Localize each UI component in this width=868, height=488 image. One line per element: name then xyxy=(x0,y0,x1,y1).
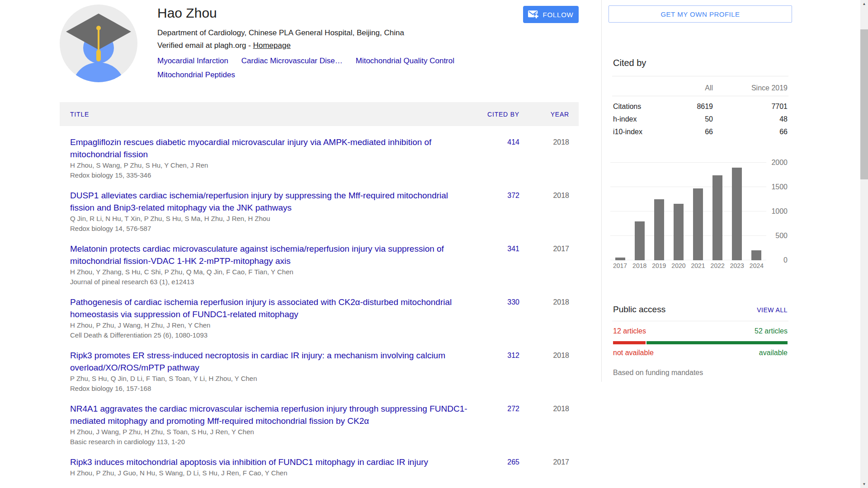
publication-title-link[interactable]: Ripk3 induces mitochondrial apoptosis vi… xyxy=(70,456,474,468)
publication-venue: Redox biology 14, 576-587 xyxy=(70,224,474,234)
publications-table-header: TITLE CITED BY YEAR xyxy=(60,102,579,126)
stats-row-citations: Citations 8619 7701 xyxy=(613,100,788,113)
publication-info: NR4A1 aggravates the cardiac microvascul… xyxy=(70,403,474,447)
divider xyxy=(612,76,788,76)
available-label: available xyxy=(759,349,788,357)
interest-tags: Myocardial Infarction Cardiac Microvascu… xyxy=(157,55,519,80)
verified-email-line: Verified email at plagh.org - Homepage xyxy=(157,41,291,50)
chart-bar-2020[interactable] xyxy=(674,204,684,260)
stats-row-h-index: h-index 50 48 xyxy=(613,113,788,126)
chart-y-tick-label: 2000 xyxy=(766,159,788,167)
stats-header-row: All Since 2019 xyxy=(613,80,788,96)
scrollbar-thumb[interactable] xyxy=(860,29,868,179)
citations-chart-yaxis: 0500100015002000 xyxy=(766,163,788,260)
publication-authors: H Zhou, S Wang, P Zhu, S Hu, Y Chen, J R… xyxy=(70,160,474,170)
profile-name: Hao Zhou xyxy=(157,5,217,21)
publication-title-link[interactable]: DUSP1 alleviates cardiac ischemia/reperf… xyxy=(70,189,474,214)
publication-title-link[interactable]: Ripk3 promotes ER stress-induced necropt… xyxy=(70,349,474,374)
publication-year: 2018 xyxy=(519,136,569,148)
table-row: Pathogenesis of cardiac ischemia reperfu… xyxy=(60,290,579,343)
sort-by-year-header[interactable]: YEAR xyxy=(519,111,569,118)
cited-by-count-link[interactable]: 414 xyxy=(474,136,519,148)
publication-year: 2018 xyxy=(519,189,569,202)
publication-info: Ripk3 promotes ER stress-induced necropt… xyxy=(70,349,474,394)
chart-x-tick-label: 2017 xyxy=(610,262,630,269)
publication-title-link[interactable]: Melatonin protects cardiac microvasculat… xyxy=(70,243,474,267)
follow-email-icon xyxy=(528,10,538,19)
profile-sidebar: GET MY OWN PROFILE Cited by All Since 20… xyxy=(609,0,792,488)
cited-by-count-link[interactable]: 265 xyxy=(474,456,519,468)
scrollbar-up-icon[interactable]: ▲ xyxy=(860,0,868,8)
get-my-own-profile-button[interactable]: GET MY OWN PROFILE xyxy=(609,5,792,23)
publication-venue: Redox biology 16, 157-168 xyxy=(70,384,474,394)
stat-value-all: 50 xyxy=(677,115,713,123)
follow-button-label: FOLLOW xyxy=(542,11,573,19)
chart-bar-2021[interactable] xyxy=(693,188,703,260)
chart-bar-2017[interactable] xyxy=(615,258,625,260)
publication-year: 2018 xyxy=(519,403,569,415)
interest-tag-cardiac-microvascular[interactable]: Cardiac Microvascular Dise… xyxy=(241,55,343,66)
not-available-count: 12 articles xyxy=(613,327,646,335)
citations-chart-plot xyxy=(610,163,766,260)
public-access-bar-not-available xyxy=(613,341,646,344)
publication-venue: Redox biology 15, 335-346 xyxy=(70,170,474,180)
page-scrollbar[interactable]: ▲ ▼ xyxy=(860,0,868,488)
public-access-labels: not available available xyxy=(613,349,788,357)
table-row: Melatonin protects cardiac microvasculat… xyxy=(60,236,579,290)
email-homepage-separator: - xyxy=(246,41,253,50)
graduation-cap-icon xyxy=(60,5,137,82)
homepage-link[interactable]: Homepage xyxy=(253,41,291,50)
publication-info: DUSP1 alleviates cardiac ischemia/reperf… xyxy=(70,189,474,234)
chart-y-tick-label: 1000 xyxy=(766,207,788,216)
funding-mandates-note: Based on funding mandates xyxy=(613,369,703,377)
publication-authors: H Zhou, J Wang, P Zhu, H Zhu, S Toan, S … xyxy=(70,427,474,437)
cited-by-count-link[interactable]: 330 xyxy=(474,296,519,308)
chart-bar-2019[interactable] xyxy=(654,199,664,260)
chart-bar-2023[interactable] xyxy=(732,168,742,260)
interest-tag-mitochondrial-quality-control[interactable]: Mitochondrial Quality Control xyxy=(356,55,454,66)
available-count: 52 articles xyxy=(755,327,788,335)
chart-bar-2022[interactable] xyxy=(712,175,722,260)
interest-tag-mitochondrial-peptides[interactable]: Mitochondrial Peptides xyxy=(157,69,235,80)
chart-bar-column xyxy=(630,163,649,260)
stat-label: h-index xyxy=(613,115,677,123)
chart-y-tick-label: 500 xyxy=(766,232,788,240)
chart-bar-column xyxy=(747,163,766,260)
chart-bar-2018[interactable] xyxy=(635,221,645,260)
stat-label: Citations xyxy=(613,103,677,111)
chart-x-tick-label: 2023 xyxy=(727,262,747,269)
publication-title-link[interactable]: Empagliflozin rescues diabetic myocardia… xyxy=(70,136,474,160)
chart-bar-column xyxy=(649,163,669,260)
chart-bar-column xyxy=(689,163,708,260)
publication-authors: P Zhu, S Hu, Q Jin, D Li, F Tian, S Toan… xyxy=(70,374,474,384)
chart-x-tick-label: 2019 xyxy=(649,262,669,269)
publication-info: Empagliflozin rescues diabetic myocardia… xyxy=(70,136,474,180)
interest-tag-myocardial-infarction[interactable]: Myocardial Infarction xyxy=(157,55,228,66)
chart-bar-2024[interactable] xyxy=(751,250,761,260)
cited-by-count-link[interactable]: 312 xyxy=(474,349,519,361)
view-all-link[interactable]: VIEW ALL xyxy=(757,306,788,314)
publication-title-link[interactable]: NR4A1 aggravates the cardiac microvascul… xyxy=(70,403,474,427)
divider xyxy=(612,96,788,96)
scrollbar-down-icon[interactable]: ▼ xyxy=(860,480,868,488)
publication-title-link[interactable]: Pathogenesis of cardiac ischemia reperfu… xyxy=(70,296,474,320)
stat-value-all: 8619 xyxy=(677,103,713,111)
sort-by-title-header[interactable]: TITLE xyxy=(70,111,474,118)
chart-x-tick-label: 2022 xyxy=(708,262,727,269)
follow-button[interactable]: FOLLOW xyxy=(523,6,579,23)
table-row: DUSP1 alleviates cardiac ischemia/reperf… xyxy=(60,183,579,236)
cited-by-count-link[interactable]: 341 xyxy=(474,243,519,255)
publication-authors: Q Jin, R Li, N Hu, T Xin, P Zhu, S Hu, S… xyxy=(70,214,474,224)
publication-info: Pathogenesis of cardiac ischemia reperfu… xyxy=(70,296,474,340)
stats-col-all: All xyxy=(677,84,713,92)
publication-venue: Cell Death & Differentiation 25 (6), 108… xyxy=(70,330,474,340)
chart-x-tick-label: 2024 xyxy=(747,262,766,269)
citation-stats-table: All Since 2019 Citations 8619 7701 h-ind… xyxy=(613,80,788,138)
publication-authors: H Zhou, Y Zhang, S Hu, C Shi, P Zhu, Q M… xyxy=(70,267,474,277)
cited-by-count-link[interactable]: 272 xyxy=(474,403,519,415)
sort-by-cited-header[interactable]: CITED BY xyxy=(474,111,519,118)
cited-by-count-link[interactable]: 372 xyxy=(474,189,519,202)
cited-by-heading[interactable]: Cited by xyxy=(613,58,646,68)
citations-per-year-chart: 0500100015002000 20172018201920202021202… xyxy=(610,163,788,271)
publication-info: Ripk3 induces mitochondrial apoptosis vi… xyxy=(70,456,474,478)
